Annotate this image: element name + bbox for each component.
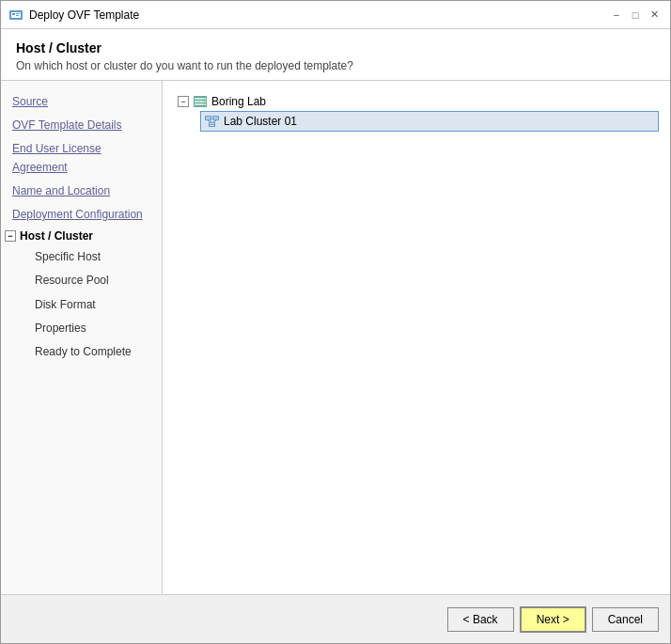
svg-point-9 <box>203 98 205 100</box>
svg-rect-12 <box>205 116 211 120</box>
main-panel: − Boring Lab <box>163 81 670 594</box>
sidebar-item-ready-to-complete: Ready to Complete <box>23 340 162 364</box>
svg-rect-20 <box>210 125 214 126</box>
window-title: Deploy OVF Template <box>29 8 139 22</box>
sidebar-sub-items: Specific Host Resource Pool Disk Format … <box>1 245 162 364</box>
svg-line-22 <box>213 120 216 122</box>
tree-node-root[interactable]: − Boring Lab <box>174 92 659 111</box>
svg-line-21 <box>208 120 211 122</box>
sidebar-item-deployment-config[interactable]: Deployment Configuration <box>1 203 162 227</box>
window-controls: − □ ✕ <box>608 7 663 24</box>
main-window: Deploy OVF Template − □ ✕ Host / Cluster… <box>0 0 671 644</box>
tree-child-area: Lab Cluster 01 <box>200 111 659 132</box>
content-area: Source OVF Template Details End User Lic… <box>1 81 670 594</box>
svg-rect-16 <box>213 117 218 118</box>
svg-rect-14 <box>206 118 211 119</box>
page-subtitle: On which host or cluster do you want to … <box>16 59 655 72</box>
datacenter-icon <box>193 94 208 109</box>
expand-icon[interactable]: − <box>5 230 16 242</box>
sidebar-item-properties: Properties <box>23 317 162 340</box>
title-bar: Deploy OVF Template − □ ✕ <box>1 1 670 29</box>
app-icon <box>8 8 23 23</box>
footer: < Back Next > Cancel <box>1 594 670 643</box>
sidebar-item-resource-pool: Resource Pool <box>23 269 162 292</box>
tree-expand-root[interactable]: − <box>178 96 189 107</box>
tree-root-label: Boring Lab <box>211 95 266 108</box>
svg-rect-19 <box>210 123 214 124</box>
sidebar-item-source[interactable]: Source <box>1 90 162 114</box>
svg-point-11 <box>203 103 205 105</box>
page-title: Host / Cluster <box>16 40 655 55</box>
header-section: Host / Cluster On which host or cluster … <box>1 29 670 81</box>
svg-rect-4 <box>16 15 19 16</box>
cancel-button[interactable]: Cancel <box>592 607 659 632</box>
sidebar-item-eula[interactable]: End User License Agreement <box>1 137 162 179</box>
svg-point-10 <box>203 101 205 102</box>
svg-rect-17 <box>213 118 218 119</box>
svg-rect-2 <box>12 13 15 15</box>
sidebar-item-host-cluster-label: Host / Cluster <box>20 229 93 243</box>
minimize-button[interactable]: − <box>608 7 625 24</box>
sidebar-item-specific-host: Specific Host <box>23 245 162 269</box>
maximize-button[interactable]: □ <box>627 7 644 24</box>
svg-rect-18 <box>209 122 215 127</box>
sidebar-section-host-cluster[interactable]: − Host / Cluster <box>1 227 162 245</box>
tree-node-cluster[interactable]: Lab Cluster 01 <box>200 111 659 132</box>
svg-rect-15 <box>212 116 219 120</box>
sidebar-item-ovf[interactable]: OVF Template Details <box>1 114 162 137</box>
sidebar-item-name-location[interactable]: Name and Location <box>1 180 162 203</box>
tree-area: − Boring Lab <box>170 88 663 135</box>
back-button[interactable]: < Back <box>447 607 514 632</box>
sidebar: Source OVF Template Details End User Lic… <box>1 81 163 594</box>
svg-rect-13 <box>206 117 211 118</box>
cluster-icon <box>205 114 220 129</box>
sidebar-item-disk-format: Disk Format <box>23 293 162 317</box>
tree-cluster-label: Lab Cluster 01 <box>224 115 297 128</box>
svg-rect-3 <box>16 13 20 14</box>
title-bar-left: Deploy OVF Template <box>8 8 139 23</box>
next-button[interactable]: Next > <box>520 606 586 633</box>
close-button[interactable]: ✕ <box>646 7 663 24</box>
